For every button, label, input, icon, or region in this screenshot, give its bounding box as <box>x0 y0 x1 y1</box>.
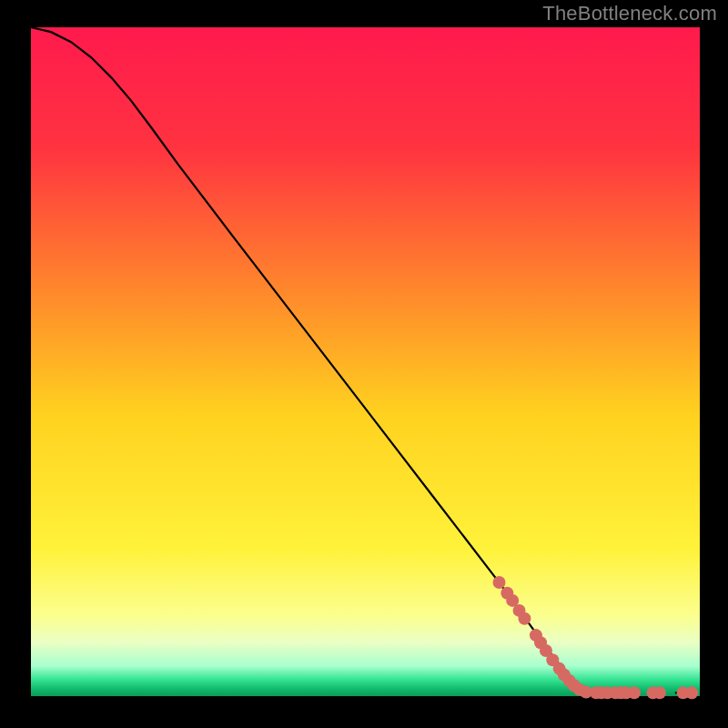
data-marker <box>685 686 698 699</box>
plot-background <box>31 27 700 696</box>
chart-stage: TheBottleneck.com <box>0 0 728 728</box>
watermark-text: TheBottleneck.com <box>542 2 717 25</box>
data-marker <box>653 686 666 699</box>
chart-svg <box>0 0 728 728</box>
data-marker <box>493 576 506 589</box>
data-marker <box>628 686 641 699</box>
data-marker <box>518 612 531 625</box>
